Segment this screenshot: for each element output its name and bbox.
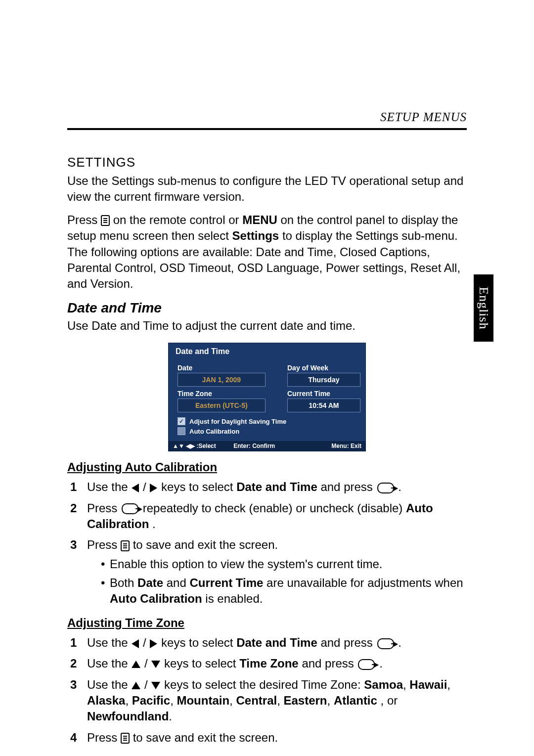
menu-word: MENU bbox=[242, 213, 277, 226]
text: Use the bbox=[87, 657, 131, 670]
osd-ct-label: Current Time bbox=[287, 390, 360, 398]
osd-tz-value: Eastern (UTC-5) bbox=[178, 399, 266, 412]
osd-footer: ▲▼ ◀▶ :Select Enter: Confirm Menu: Exit bbox=[169, 441, 365, 451]
text: and press bbox=[302, 657, 357, 670]
menu-icon bbox=[121, 733, 130, 744]
text: repeatedly to check (enable) or uncheck … bbox=[143, 501, 406, 515]
osd-dow-value: Thursday bbox=[287, 373, 360, 387]
text: on the remote control or bbox=[113, 213, 242, 226]
down-arrow-icon bbox=[151, 682, 160, 689]
tz-item: Central bbox=[236, 694, 277, 707]
text: are unavailable for adjustments when bbox=[267, 576, 463, 589]
step: Use the / keys to select Date and Time a… bbox=[70, 479, 467, 495]
right-arrow-icon bbox=[150, 639, 157, 648]
date-time-heading: Date and Time bbox=[67, 300, 467, 316]
settings-intro: Use the Settings sub-menus to configure … bbox=[67, 173, 467, 205]
sep: , bbox=[277, 694, 283, 707]
manual-page: SETUP MENUS SETTINGS Use the Settings su… bbox=[67, 0, 467, 756]
osd-ct-value: 10:54 AM bbox=[287, 399, 360, 412]
text: . bbox=[169, 710, 172, 723]
text-bold: Date and Time bbox=[236, 636, 317, 649]
text: . bbox=[398, 636, 401, 649]
text: . bbox=[398, 480, 401, 493]
enter-icon bbox=[377, 638, 394, 649]
up-arrow-icon bbox=[132, 682, 140, 689]
step: Press to save and exit the screen. Enabl… bbox=[70, 537, 467, 607]
osd-dst-row: ✓ Adjust for Daylight Saving Time bbox=[178, 417, 360, 425]
settings-press-paragraph: Press on the remote control or MENU on t… bbox=[67, 212, 467, 292]
osd-title: Date and Time bbox=[169, 343, 365, 358]
osd-footer-enter: Enter: Confirm bbox=[233, 443, 275, 449]
header-rule bbox=[67, 128, 467, 130]
text: / bbox=[144, 657, 151, 670]
text: Use the bbox=[87, 678, 131, 691]
tz-item: Alaska bbox=[87, 694, 125, 707]
tz-item: Samoa bbox=[364, 678, 403, 691]
tz-item: Hawaii bbox=[409, 678, 447, 691]
sep: , bbox=[447, 678, 450, 691]
settings-heading: SETTINGS bbox=[67, 155, 467, 170]
text: and press bbox=[320, 636, 376, 649]
section-breadcrumb: SETUP MENUS bbox=[67, 110, 467, 124]
right-arrow-icon bbox=[150, 484, 157, 492]
sep: , bbox=[125, 694, 132, 707]
enter-icon bbox=[377, 483, 394, 493]
sep: , bbox=[327, 694, 334, 707]
text: / bbox=[144, 678, 151, 691]
enter-icon bbox=[122, 503, 138, 514]
tz-item: Atlantic bbox=[334, 694, 377, 707]
auto-cal-heading: Adjusting Auto Calibration bbox=[67, 460, 467, 474]
text: Use the bbox=[87, 636, 131, 649]
left-arrow-icon bbox=[132, 639, 139, 648]
text: Both bbox=[110, 576, 137, 589]
tz-item: Newfoundland bbox=[87, 710, 169, 723]
text: / bbox=[143, 636, 149, 649]
up-arrow-icon bbox=[132, 661, 140, 668]
tz-item: Pacific bbox=[132, 694, 170, 707]
step: Press repeatedly to check (enable) or un… bbox=[70, 500, 467, 533]
tz-item: Mountain bbox=[177, 694, 229, 707]
step: Use the / keys to select Time Zone and p… bbox=[70, 656, 467, 671]
osd-date-label: Date bbox=[178, 364, 266, 372]
language-tab: English bbox=[474, 274, 493, 342]
step: Use the / keys to select Date and Time a… bbox=[70, 635, 467, 651]
bullet: Enable this option to view the system's … bbox=[101, 556, 467, 572]
text-bold: Current Time bbox=[189, 576, 263, 589]
bullet: Both Date and Current Time are unavailab… bbox=[101, 575, 467, 607]
enter-icon bbox=[358, 659, 375, 670]
tz-item: Eastern bbox=[283, 694, 327, 707]
text: Press bbox=[87, 538, 121, 551]
menu-icon bbox=[101, 215, 110, 226]
text: and press bbox=[320, 480, 376, 493]
text-bold: Date bbox=[137, 576, 163, 589]
sep: , or bbox=[381, 694, 398, 707]
text: keys to select bbox=[161, 480, 236, 493]
text: Use the bbox=[87, 480, 131, 493]
step: Press to save and exit the screen. bbox=[70, 730, 467, 746]
date-time-intro: Use Date and Time to adjust the current … bbox=[67, 318, 467, 334]
auto-cal-bullets: Enable this option to view the system's … bbox=[87, 556, 467, 607]
osd-autocal-row: Auto Calibration bbox=[178, 427, 360, 435]
text: / bbox=[143, 480, 149, 493]
text: to save and exit the screen. bbox=[133, 731, 278, 744]
osd-footer-menu: Menu: Exit bbox=[331, 443, 361, 449]
osd-date-value: JAN 1, 2009 bbox=[178, 373, 266, 387]
text: . bbox=[379, 657, 383, 670]
osd-dst-label: Adjust for Daylight Saving Time bbox=[189, 418, 286, 425]
menu-icon bbox=[121, 540, 130, 551]
osd-body: Date JAN 1, 2009 Day of Week Thursday Ti… bbox=[169, 358, 365, 441]
text: . bbox=[152, 517, 156, 531]
auto-cal-steps: Use the / keys to select Date and Time a… bbox=[70, 479, 467, 607]
text: and bbox=[167, 576, 190, 589]
text: keys to select bbox=[161, 636, 236, 649]
text: is enabled. bbox=[205, 592, 263, 605]
osd-footer-select: ▲▼ ◀▶ :Select bbox=[173, 443, 216, 449]
left-arrow-icon bbox=[132, 484, 139, 492]
text-bold: Time Zone bbox=[239, 657, 299, 670]
text: keys to select the desired Time Zone: bbox=[164, 678, 364, 691]
sep: , bbox=[403, 678, 409, 691]
text: Press bbox=[87, 501, 121, 515]
text-bold: Date and Time bbox=[236, 480, 317, 493]
step: Use the / keys to select the desired Tim… bbox=[70, 677, 467, 725]
tz-heading: Adjusting Time Zone bbox=[67, 616, 467, 630]
